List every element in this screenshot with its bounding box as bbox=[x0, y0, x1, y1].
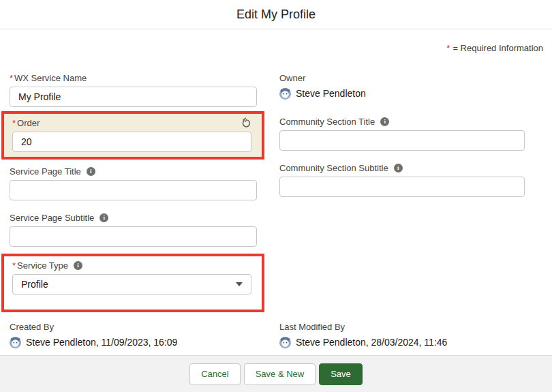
community-section-subtitle-label: Community Section Subtitle i bbox=[279, 162, 525, 174]
info-icon[interactable]: i bbox=[380, 117, 389, 126]
wx-service-name-input[interactable] bbox=[10, 87, 257, 107]
field-service-page-subtitle: Service Page Subtitle i bbox=[10, 211, 257, 247]
service-type-combobox[interactable]: Profile bbox=[12, 274, 251, 295]
order-input[interactable] bbox=[12, 132, 251, 152]
order-label-row: * Order bbox=[12, 117, 251, 129]
community-section-title-input[interactable] bbox=[279, 130, 525, 151]
required-asterisk: * bbox=[12, 260, 16, 271]
community-section-title-label-text: Community Section Title bbox=[279, 117, 375, 127]
required-information-note: *= Required Information bbox=[0, 43, 552, 55]
chevron-down-icon bbox=[236, 282, 243, 286]
modal-footer: Cancel Save & New Save bbox=[0, 355, 552, 392]
community-section-title-label: Community Section Title i bbox=[279, 115, 525, 127]
service-page-title-label-text: Service Page Title bbox=[10, 166, 81, 177]
owner-value-row: Steve Pendleton bbox=[279, 87, 525, 100]
service-type-label-text: Service Type bbox=[17, 260, 68, 271]
wx-service-name-label-text: WX Service Name bbox=[14, 73, 87, 83]
service-page-title-input[interactable] bbox=[10, 180, 257, 200]
right-column: Owner Steve Pendleton Community Section … bbox=[279, 72, 525, 197]
undo-icon[interactable] bbox=[241, 117, 251, 128]
service-type-label: * Service Type i bbox=[12, 259, 251, 271]
created-by-label-text: Created By bbox=[10, 322, 54, 332]
last-modified-by-value-row: Steve Pendleton, 28/03/2024, 11:46 bbox=[279, 335, 525, 349]
order-label: * Order bbox=[12, 117, 40, 129]
service-page-title-label: Service Page Title i bbox=[10, 165, 257, 177]
annotation-box-service-type: * Service Type i Profile bbox=[1, 254, 264, 312]
field-wx-service-name: * WX Service Name bbox=[10, 72, 257, 107]
last-modified-by-value: Steve Pendleton, 28/03/2024, 11:46 bbox=[296, 337, 447, 348]
community-section-subtitle-input[interactable] bbox=[279, 177, 525, 197]
left-column: * WX Service Name * Order bbox=[10, 72, 257, 312]
owner-label-text: Owner bbox=[279, 73, 305, 83]
save-and-new-button[interactable]: Save & New bbox=[244, 363, 316, 385]
info-icon[interactable]: i bbox=[394, 164, 403, 172]
created-by-field: Created By Steve Pendleton, 11/09/2023, … bbox=[10, 320, 257, 349]
service-type-selected-value: Profile bbox=[21, 279, 48, 290]
service-page-subtitle-label: Service Page Subtitle i bbox=[10, 211, 257, 224]
avatar bbox=[279, 88, 291, 100]
field-community-section-subtitle: Community Section Subtitle i bbox=[279, 162, 525, 197]
owner-name: Steve Pendleton bbox=[296, 88, 366, 99]
required-note-text: = Required Information bbox=[453, 43, 543, 53]
required-asterisk: * bbox=[12, 118, 16, 128]
order-label-text: Order bbox=[17, 118, 40, 128]
annotation-box-order: * Order bbox=[1, 111, 264, 160]
wx-service-name-label: * WX Service Name bbox=[10, 72, 257, 84]
community-section-subtitle-label-text: Community Section Subtitle bbox=[279, 163, 388, 173]
required-asterisk: * bbox=[10, 73, 13, 83]
created-by-label: Created By bbox=[10, 320, 257, 333]
page-title: Edit My Profile bbox=[236, 7, 316, 22]
owner-label: Owner bbox=[279, 72, 525, 84]
cancel-button[interactable]: Cancel bbox=[189, 363, 240, 385]
created-by-value-row: Steve Pendleton, 11/09/2023, 16:09 bbox=[10, 335, 257, 349]
required-asterisk: * bbox=[446, 43, 450, 53]
modal-header: Edit My Profile bbox=[0, 0, 552, 29]
last-modified-by-label: Last Modified By bbox=[279, 320, 525, 333]
avatar bbox=[10, 337, 21, 348]
field-service-page-title: Service Page Title i bbox=[10, 165, 257, 200]
service-page-subtitle-label-text: Service Page Subtitle bbox=[10, 213, 94, 223]
meta-row: Created By Steve Pendleton, 11/09/2023, … bbox=[0, 320, 552, 349]
created-by-value: Steve Pendleton, 11/09/2023, 16:09 bbox=[26, 337, 177, 348]
info-icon[interactable]: i bbox=[87, 167, 95, 176]
info-icon[interactable]: i bbox=[74, 261, 82, 270]
service-page-subtitle-input[interactable] bbox=[10, 226, 257, 247]
avatar bbox=[279, 337, 291, 348]
field-community-section-title: Community Section Title i bbox=[279, 115, 525, 151]
field-owner: Owner Steve Pendleton bbox=[279, 72, 525, 100]
last-modified-by-field: Last Modified By Steve Pendleton, 28/03/… bbox=[279, 320, 525, 349]
form-columns: * WX Service Name * Order bbox=[0, 72, 552, 312]
save-button[interactable]: Save bbox=[319, 363, 363, 385]
last-modified-by-label-text: Last Modified By bbox=[279, 322, 345, 332]
info-icon[interactable]: i bbox=[99, 213, 108, 222]
